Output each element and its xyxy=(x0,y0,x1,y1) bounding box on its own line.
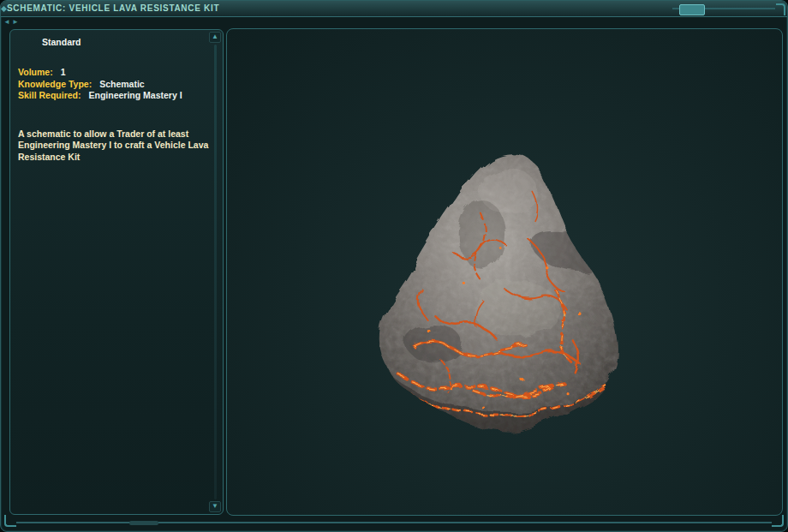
history-nav: ◄ ► xyxy=(3,18,19,26)
lava-rock-model xyxy=(357,139,657,444)
item-quality-label: Standard xyxy=(42,37,206,47)
window-icon xyxy=(1,6,7,12)
schematic-examine-window: SCHEMATIC: VEHICLE LAVA RESISTANCE KIT ◄… xyxy=(0,0,788,532)
bottom-left-bracket xyxy=(4,515,16,527)
object-viewport[interactable] xyxy=(226,28,783,516)
attribute-row-knowledge-type: Knowledge Type:Schematic xyxy=(18,79,206,91)
attribute-label: Skill Required: xyxy=(18,90,81,100)
bottom-resize-notch[interactable] xyxy=(129,521,158,525)
titlebar-corner-box xyxy=(679,4,705,15)
nav-back-icon[interactable]: ◄ xyxy=(3,18,10,26)
attribute-value: 1 xyxy=(61,67,66,77)
titlebar-corner-bracket xyxy=(776,3,785,15)
scrollbar-track[interactable] xyxy=(214,45,217,499)
attribute-value: Engineering Mastery I xyxy=(89,90,182,100)
attribute-row-volume: Volume:1 xyxy=(18,67,206,79)
scroll-down-icon[interactable]: ▼ xyxy=(209,501,221,512)
item-description: A schematic to allow a Trader of at leas… xyxy=(18,129,210,164)
bottom-chrome xyxy=(1,514,787,531)
scroll-up-icon[interactable]: ▲ xyxy=(209,32,221,43)
titlebar[interactable]: SCHEMATIC: VEHICLE LAVA RESISTANCE KIT xyxy=(1,1,787,17)
attribute-label: Knowledge Type: xyxy=(18,79,92,89)
info-panel: Standard Volume:1 Knowledge Type:Schemat… xyxy=(9,29,224,515)
attribute-value: Schematic xyxy=(99,79,145,89)
nav-forward-icon[interactable]: ► xyxy=(12,18,19,26)
window-title: SCHEMATIC: VEHICLE LAVA RESISTANCE KIT xyxy=(7,3,219,13)
attribute-label: Volume: xyxy=(18,67,53,77)
attribute-list: Volume:1 Knowledge Type:Schematic Skill … xyxy=(18,67,206,102)
info-scrollbar: ▲ ▼ xyxy=(209,32,221,512)
bottom-right-bracket xyxy=(772,515,784,527)
info-panel-content: Standard Volume:1 Knowledge Type:Schemat… xyxy=(18,37,206,163)
attribute-row-skill-required: Skill Required:Engineering Mastery I xyxy=(18,90,206,102)
